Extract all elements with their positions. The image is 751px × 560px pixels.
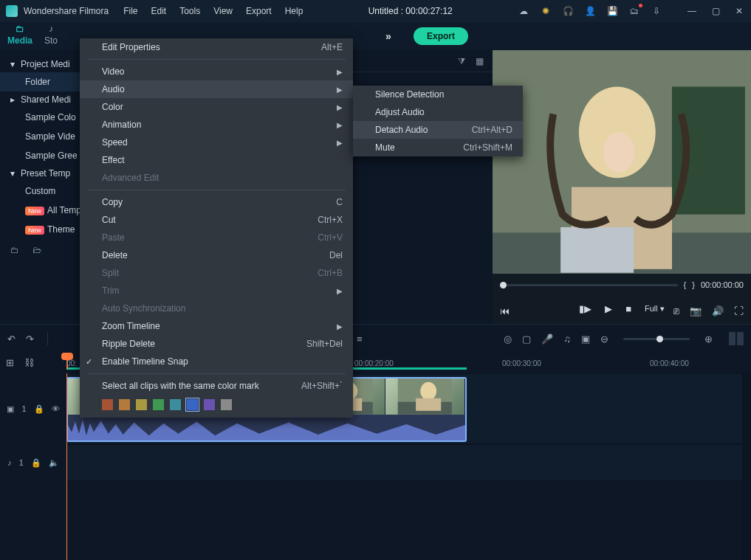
voice-waveform-icon[interactable]: ≡ xyxy=(357,333,363,345)
menu-tools[interactable]: Tools xyxy=(179,6,200,16)
context-menu-item[interactable]: Color▶ xyxy=(80,98,353,116)
color-swatch[interactable] xyxy=(221,399,232,410)
new-folder-icon[interactable]: 🗀 xyxy=(10,245,19,255)
microphone-icon[interactable]: 🎤 xyxy=(541,333,553,345)
context-menu-item[interactable]: Speed▶ xyxy=(80,134,353,151)
menu-file[interactable]: File xyxy=(123,6,137,16)
audio-track-row: ♪1 🔒 🔈 xyxy=(0,444,742,481)
context-menu-item[interactable]: Zoom Timeline▶ xyxy=(80,317,353,335)
color-swatch[interactable] xyxy=(187,399,198,410)
sparkle-icon[interactable]: ✺ xyxy=(540,5,552,17)
preview-seekbar[interactable] xyxy=(500,284,678,286)
caret-down-icon: ▾ xyxy=(10,59,16,69)
menu-edit[interactable]: Edit xyxy=(151,6,167,16)
mark-out-brace[interactable]: } xyxy=(692,280,695,289)
undo-icon[interactable]: ↶ xyxy=(7,333,16,345)
shortcut-label: Ctrl+B xyxy=(318,268,343,278)
export-button[interactable]: Export xyxy=(414,27,468,45)
crop-icon[interactable]: ▣ xyxy=(581,333,590,345)
menu-help[interactable]: Help xyxy=(285,6,304,16)
download-icon[interactable]: ⇩ xyxy=(651,5,662,17)
color-swatch[interactable] xyxy=(170,399,181,410)
timeline-scrollbar[interactable] xyxy=(742,373,751,560)
step-back-icon[interactable]: ▮▶ xyxy=(579,303,591,314)
context-menu-item: SplitCtrl+B xyxy=(80,264,353,282)
prev-frame-icon[interactable]: ⏮ xyxy=(500,305,510,317)
shortcut-label: Shift+Del xyxy=(306,339,343,349)
lock-icon[interactable]: 🔒 xyxy=(31,458,41,468)
save-icon[interactable]: 💾 xyxy=(606,5,618,17)
zoom-out-icon[interactable]: ⊖ xyxy=(600,333,608,345)
grid-view-icon[interactable]: ▦ xyxy=(476,56,484,66)
context-menu-item[interactable]: Edit PropertiesAlt+E xyxy=(80,38,353,56)
new-badge: New xyxy=(25,226,44,235)
lock-icon[interactable]: 🔒 xyxy=(34,404,44,414)
color-swatch[interactable] xyxy=(153,399,164,410)
snapshot-icon[interactable]: 📷 xyxy=(690,305,702,317)
headphones-icon[interactable]: 🎧 xyxy=(562,5,574,17)
window-minimize-button[interactable]: — xyxy=(686,5,698,17)
submenu-caret-icon: ▶ xyxy=(337,86,343,94)
redo-icon[interactable]: ↷ xyxy=(26,333,34,345)
link-icon[interactable]: ⛓ xyxy=(24,357,34,368)
add-track-icon[interactable]: ⊞ xyxy=(6,357,14,368)
record-icon[interactable]: ◎ xyxy=(504,333,512,345)
filter-icon[interactable]: ⧩ xyxy=(458,56,465,66)
tab-stock[interactable]: ♪ Sto xyxy=(44,24,58,50)
preview-fit-dropdown[interactable]: Full ▾ xyxy=(645,304,665,314)
speaker-icon[interactable]: 🔈 xyxy=(49,458,59,468)
mark-in-brace[interactable]: { xyxy=(684,280,687,289)
context-menu-item[interactable]: Select all clips with the same color mar… xyxy=(80,377,353,395)
window-maximize-button[interactable]: ▢ xyxy=(710,5,721,17)
menu-export[interactable]: Export xyxy=(246,6,272,16)
fullscreen-icon[interactable]: ⛶ xyxy=(734,305,744,317)
context-menu-item[interactable]: DeleteDel xyxy=(80,246,353,264)
color-swatch[interactable] xyxy=(136,399,147,410)
context-menu-item[interactable]: CopyC xyxy=(80,193,353,211)
color-swatch[interactable] xyxy=(119,399,130,410)
split-view-icon[interactable] xyxy=(729,332,744,345)
display-icon[interactable]: ⎚ xyxy=(673,305,679,317)
context-menu-label: Silence Detection xyxy=(375,89,444,100)
import-folder-icon[interactable]: 🗁 xyxy=(32,245,41,255)
cloud-icon[interactable]: ☁ xyxy=(518,5,529,17)
context-menu-item[interactable]: Animation▶ xyxy=(80,116,353,134)
context-menu-item[interactable]: Effect xyxy=(80,151,353,169)
context-menu-label: Color xyxy=(102,102,123,112)
submenu-caret-icon: ▶ xyxy=(337,322,343,331)
context-menu-item[interactable]: Video▶ xyxy=(80,63,353,80)
color-swatch[interactable] xyxy=(204,399,215,410)
window-close-button[interactable]: ✕ xyxy=(733,5,745,17)
video-track-icon: ▣ xyxy=(7,404,14,414)
zoom-slider[interactable] xyxy=(623,338,690,340)
context-menu-label: Split xyxy=(102,268,119,278)
shortcut-label: Ctrl+Alt+D xyxy=(472,125,512,135)
context-submenu-item[interactable]: Silence Detection xyxy=(353,86,523,103)
account-icon[interactable]: 👤 xyxy=(584,5,596,17)
context-menu-item[interactable]: CutCtrl+X xyxy=(80,211,353,229)
context-submenu-item[interactable]: MuteCtrl+Shift+M xyxy=(353,139,523,156)
stop-icon[interactable]: ■ xyxy=(625,303,631,314)
audio-track-header[interactable]: ♪1 🔒 🔈 xyxy=(0,444,66,481)
video-track-header[interactable]: ▣1 🔒 👁 xyxy=(0,373,66,444)
color-swatch[interactable] xyxy=(102,399,113,410)
app-logo-icon xyxy=(6,5,18,17)
music-note-icon[interactable]: ♫ xyxy=(563,333,571,345)
context-submenu-item[interactable]: Detach AudioCtrl+Alt+D xyxy=(353,121,523,139)
menu-bar: File Edit Tools View Export Help xyxy=(123,6,303,16)
tabs-overflow-icon[interactable]: » xyxy=(385,30,391,42)
context-menu-item[interactable]: ✓Enable Timeline Snap xyxy=(80,353,353,370)
shortcut-label: Ctrl+Shift+M xyxy=(463,142,512,153)
context-menu-item[interactable]: Audio▶ xyxy=(80,80,353,98)
context-submenu-item[interactable]: Adjust Audio xyxy=(353,103,523,121)
context-menu-label: Trim xyxy=(102,286,120,296)
volume-icon[interactable]: 🔊 xyxy=(712,305,724,317)
shield-icon[interactable]: ▢ xyxy=(522,333,531,345)
context-menu-item[interactable]: Ripple DeleteShift+Del xyxy=(80,335,353,353)
play-icon[interactable]: ▶ xyxy=(605,303,612,314)
zoom-in-icon[interactable]: ⊕ xyxy=(704,333,713,345)
menu-view[interactable]: View xyxy=(213,6,233,16)
notification-icon[interactable]: 🗂 xyxy=(628,5,640,17)
eye-icon[interactable]: 👁 xyxy=(52,404,60,413)
tab-media[interactable]: 🗀 Media xyxy=(7,24,32,50)
